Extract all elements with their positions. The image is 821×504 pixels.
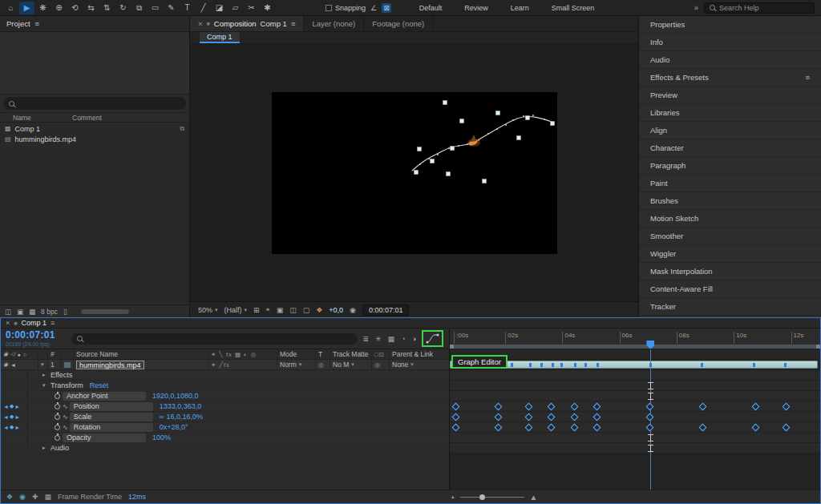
keyframe-diamond[interactable] — [646, 424, 654, 432]
stopwatch-icon[interactable] — [55, 425, 60, 430]
close-icon[interactable]: × — [6, 319, 10, 327]
grid-guides-icon[interactable]: ⊞ — [253, 306, 260, 314]
panel-tab-libraries[interactable]: Libraries — [639, 104, 821, 122]
keyframe-diamond[interactable] — [548, 424, 556, 432]
keyframe-diamond[interactable] — [452, 424, 460, 432]
close-icon[interactable]: × — [198, 19, 203, 28]
selection-tool-icon[interactable]: ▶ — [19, 2, 34, 14]
help-search-box[interactable] — [704, 2, 815, 14]
shy-layers-icon[interactable]: ▦ — [387, 335, 396, 343]
help-search-input[interactable] — [719, 4, 799, 12]
parent-link-select[interactable]: None ▾ — [389, 360, 449, 369]
layer-row[interactable]: ◉◄ ▾ 1 hummingbirds.mp4 ✦ ╱fx Norm ▾ ◎ N… — [1, 360, 449, 370]
resolution-select[interactable]: (Half) ▾ — [224, 306, 248, 314]
keyframe-diamond[interactable] — [751, 424, 759, 432]
motion-blur-icon[interactable]: ◑ — [411, 335, 417, 343]
keyframe-navigator[interactable]: ◄◆► — [1, 412, 28, 421]
color-depth-label[interactable]: 8 bpc — [41, 308, 58, 316]
keyframe-diamond[interactable] — [524, 413, 532, 421]
panel-tab-wiggler[interactable]: Wiggler — [639, 245, 821, 263]
previous-keyframe-button[interactable]: ◄ — [3, 414, 9, 420]
timecode[interactable]: 0:00:07:01 — [6, 330, 65, 340]
draft-3d-icon[interactable]: ✳ — [374, 335, 382, 343]
stopwatch-icon[interactable] — [55, 414, 60, 420]
property-value[interactable]: Reset — [90, 381, 109, 389]
work-area-start-handle[interactable] — [450, 345, 454, 349]
keyframe-toggle-button[interactable]: ◆ — [10, 413, 14, 420]
panel-tab-properties[interactable]: Properties — [639, 16, 821, 34]
panel-tab-align[interactable]: Align — [639, 122, 821, 139]
panel-tab-info[interactable]: Info — [639, 34, 821, 51]
next-keyframe-button[interactable]: ► — [14, 414, 20, 420]
property-row-audio[interactable]: ▸Audio — [1, 443, 449, 454]
comp-nav-chip[interactable]: Comp 1 — [200, 32, 240, 43]
region-of-interest-icon[interactable]: ▣ — [277, 306, 284, 314]
channels-icon[interactable]: ❖ — [316, 306, 322, 314]
keyframe-diamond[interactable] — [452, 403, 460, 411]
project-search-field[interactable] — [3, 97, 186, 110]
property-value[interactable]: 1920,0,1080,0 — [152, 392, 199, 400]
project-item-comp-1[interactable]: ▩Comp 1⧉ — [0, 123, 189, 134]
keyframe-toggle-button[interactable]: ◆ — [10, 424, 14, 430]
keyframe-diamond[interactable] — [570, 424, 578, 432]
tab-layer[interactable]: Layer (none) — [304, 16, 364, 31]
project-item-hummingbirds-mp4[interactable]: ▤hummingbirds.mp4 — [0, 134, 189, 144]
preserve-transparency-toggle[interactable]: ◎ — [315, 360, 330, 369]
keyframe-diamond[interactable] — [593, 413, 601, 421]
speaker-icon[interactable]: ◄ — [10, 362, 16, 368]
tab-footage[interactable]: Footage (none) — [364, 16, 433, 31]
twirl-icon[interactable]: ▾ — [38, 360, 46, 369]
workspace-default[interactable]: Default — [419, 4, 443, 12]
keyframe-diamond[interactable] — [646, 413, 654, 421]
render-toggle-icon[interactable]: ◉ — [19, 493, 26, 501]
panel-tab-preview[interactable]: Preview — [639, 87, 821, 104]
panel-tab-motion-sketch[interactable]: Motion Sketch — [639, 210, 821, 228]
zoom-in-icon[interactable]: ▲ — [530, 493, 538, 502]
blend-mode-select[interactable]: Norm ▾ — [277, 360, 315, 369]
zoom-tool-icon[interactable]: ⊕ — [51, 2, 67, 14]
project-panel-header[interactable]: Project ≡ — [0, 16, 189, 32]
comment-column-header[interactable]: Comment — [72, 114, 102, 122]
pen-tool-icon[interactable]: ✎ — [164, 2, 179, 14]
keyframe-diamond[interactable] — [495, 403, 503, 411]
keyframe-diamond[interactable] — [452, 413, 460, 421]
stopwatch-icon[interactable] — [55, 404, 60, 409]
stopwatch-icon[interactable] — [55, 393, 60, 399]
trash-icon[interactable]: ▯ — [63, 308, 67, 316]
exposure-value[interactable]: +0,0 — [329, 306, 343, 314]
panel-tab-paragraph[interactable]: Paragraph — [639, 157, 821, 175]
keyframe-diamond[interactable] — [495, 424, 503, 432]
previous-keyframe-button[interactable]: ◄ — [3, 425, 9, 430]
timeline-ruler[interactable]: :00s02s04s06s08s10s12s — [450, 329, 820, 349]
keyframe-diamond[interactable] — [751, 403, 759, 411]
parent-pickwhip-icon[interactable]: ◎ — [371, 360, 389, 369]
keyframe-toggle-button[interactable]: ◆ — [10, 403, 14, 409]
keyframe-diamond[interactable] — [698, 403, 706, 411]
workspace-overflow-icon[interactable]: » — [689, 3, 703, 12]
workspace-review[interactable]: Review — [464, 4, 488, 12]
timeline-toggle-icon-1[interactable]: ✚ — [32, 493, 38, 501]
project-footer-icon-2[interactable]: ▣ — [17, 308, 23, 316]
snap-angle-icon[interactable]: ∠ — [369, 3, 378, 13]
mask-visibility-icon[interactable]: ⌖ — [266, 305, 270, 314]
brush-tool-icon[interactable]: ╱ — [196, 2, 211, 14]
keyframe-diamond[interactable] — [783, 403, 791, 411]
panel-tab-effects-presets[interactable]: Effects & Presets≡ — [639, 69, 821, 87]
property-value[interactable]: 1333,0,363,0 — [160, 402, 202, 410]
panel-menu-icon[interactable]: ≡ — [291, 19, 296, 28]
property-row-opacity[interactable]: Opacity100% — [1, 433, 449, 443]
performance-icon[interactable]: ❖ — [6, 493, 13, 501]
timeline-toggle-icon-2[interactable]: ▦ — [44, 493, 51, 501]
zoom-slider-handle[interactable] — [479, 494, 485, 500]
layer-switches[interactable]: ✦ ╱fx — [208, 360, 277, 369]
graph-toggle-icon[interactable]: ∿ — [63, 424, 68, 431]
zoom-out-icon[interactable]: ▴ — [451, 494, 455, 500]
source-name-header[interactable]: Source Name — [73, 349, 208, 359]
camera-dolly-tool-icon[interactable]: ⇅ — [99, 2, 115, 14]
keyframe-diamond[interactable] — [524, 403, 532, 411]
timeline-zoom-slider[interactable] — [460, 497, 524, 498]
keyframe-diamond[interactable] — [548, 413, 556, 421]
composition-mini-flowchart-icon[interactable]: ≣ — [362, 335, 370, 343]
panel-menu-icon[interactable]: ≡ — [805, 73, 810, 82]
camera-pan-tool-icon[interactable]: ⇆ — [83, 2, 99, 14]
